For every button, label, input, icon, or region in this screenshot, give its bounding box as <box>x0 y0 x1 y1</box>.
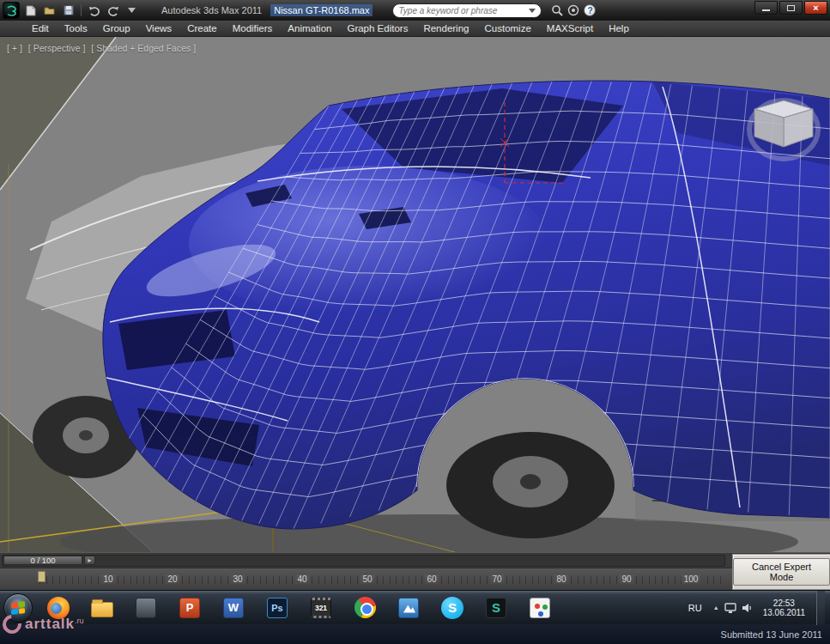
taskbar-icon-explorer[interactable] <box>89 595 115 621</box>
tick-label: 40 <box>294 574 309 584</box>
tick-label: 50 <box>360 574 374 584</box>
watermark-text: arttalk <box>25 616 75 632</box>
menu-item-edit[interactable]: Edit <box>24 23 57 33</box>
toolbar-dropdown-icon[interactable] <box>124 3 140 18</box>
infocenter-search[interactable] <box>392 3 542 18</box>
taskbar-icon-word[interactable]: W <box>221 595 246 621</box>
menu-item-graph-editors[interactable]: Graph Editors <box>339 23 415 33</box>
window-title-filename: Nissan GT-R0168.max <box>270 4 373 16</box>
taskbar-icon-media-player-classic[interactable]: 321 <box>308 595 334 621</box>
viewport-shading-menu[interactable]: [ Shaded + Edged Faces ] <box>91 43 196 53</box>
tray-volume-icon[interactable] <box>742 603 752 613</box>
cancel-expert-mode-button[interactable]: Cancel Expert Mode <box>733 558 830 586</box>
menu-item-maxscript[interactable]: MAXScript <box>539 23 601 33</box>
windows-taskbar: P W Ps 321 S S RU ▲ 22:53 13.06.2011 <box>0 590 830 624</box>
open-file-icon[interactable] <box>41 3 58 18</box>
tick-label: 90 <box>619 574 633 584</box>
communication-center-icon[interactable] <box>567 4 579 16</box>
minimize-button[interactable] <box>754 1 778 15</box>
taskbar-icon-skype[interactable]: S <box>439 595 465 621</box>
window-controls: × <box>754 0 827 15</box>
help-icon[interactable]: ? <box>584 4 596 16</box>
3ds-max-window: Autodesk 3ds Max 2011 Nissan GT-R0168.ma… <box>0 0 830 644</box>
language-indicator[interactable]: RU <box>685 601 706 615</box>
arttalk-logo-icon <box>0 611 25 638</box>
watermark-suffix: .ru <box>75 617 84 625</box>
maximize-button[interactable] <box>779 1 803 15</box>
tick-label: 10 <box>100 574 115 584</box>
3dsmax-logo-icon <box>6 5 17 16</box>
forum-footer-strip: Submitted 13 June 2011 <box>0 624 830 644</box>
time-slider-row: 0 / 100 ► <box>0 552 830 568</box>
taskbar-apps: P W Ps 321 S S <box>45 595 553 621</box>
tick-label: 30 <box>230 574 245 584</box>
show-desktop-button[interactable] <box>816 591 825 625</box>
tray-network-icon[interactable] <box>724 603 736 613</box>
search-icon[interactable] <box>551 4 563 16</box>
menu-item-customize[interactable]: Customize <box>476 23 538 33</box>
viewport-view-menu[interactable]: [ Perspective ] <box>28 43 86 53</box>
menu-item-modifiers[interactable]: Modifiers <box>225 23 281 33</box>
viewport-plus-menu[interactable]: [ + ] <box>7 43 22 53</box>
viewport-3d-canvas[interactable] <box>0 37 830 552</box>
clock-time: 22:53 <box>763 598 805 608</box>
menu-item-create[interactable]: Create <box>179 23 225 33</box>
toolbar-separator <box>81 4 82 16</box>
close-button[interactable]: × <box>804 1 827 15</box>
search-input[interactable] <box>398 6 525 15</box>
new-scene-icon[interactable] <box>22 3 39 18</box>
taskbar-icon-powerpoint[interactable]: P <box>177 595 203 621</box>
current-frame-marker[interactable] <box>38 571 45 582</box>
tray-expand-icon[interactable]: ▲ <box>713 605 719 611</box>
taskbar-icon-photoshop[interactable]: Ps <box>264 595 290 621</box>
track-bar[interactable]: 10 20 30 40 50 60 70 80 90 100 <box>0 568 830 590</box>
taskbar-clock[interactable]: 22:53 13.06.2011 <box>760 598 809 617</box>
viewport-label: [ + ] [ Perspective ] [ Shaded + Edged F… <box>7 43 196 53</box>
app-menu-button[interactable] <box>3 2 20 19</box>
title-bar: Autodesk 3ds Max 2011 Nissan GT-R0168.ma… <box>0 0 830 21</box>
menu-item-views[interactable]: Views <box>138 23 179 33</box>
save-file-icon[interactable] <box>60 3 76 18</box>
tick-label: 20 <box>165 574 179 584</box>
clock-date: 13.06.2011 <box>763 608 805 617</box>
infocenter-icons: ? <box>551 4 596 16</box>
time-slider-handle[interactable]: 0 / 100 <box>3 556 82 565</box>
taskbar-icon-graphics-editor[interactable] <box>527 595 553 621</box>
menu-item-group[interactable]: Group <box>95 23 138 33</box>
redo-icon[interactable] <box>105 3 121 18</box>
taskbar-icon-media-player[interactable] <box>133 595 159 621</box>
tick-label: 80 <box>554 574 568 584</box>
taskbar-right: RU ▲ 22:53 13.06.2011 <box>685 591 825 625</box>
tick-label: 70 <box>489 574 504 584</box>
menu-item-help[interactable]: Help <box>601 23 637 33</box>
perspective-viewport[interactable]: [ + ] [ Perspective ] [ Shaded + Edged F… <box>0 37 830 552</box>
menu-item-animation[interactable]: Animation <box>280 23 339 33</box>
chevron-down-icon[interactable] <box>529 9 536 13</box>
undo-icon[interactable] <box>86 3 102 18</box>
tick-label: 100 <box>682 574 701 584</box>
windows-logo-icon <box>11 601 25 615</box>
window-title: Autodesk 3ds Max 2011 <box>161 5 262 15</box>
taskbar-icon-photo-viewer[interactable] <box>396 595 421 621</box>
tick-label: 60 <box>424 574 439 584</box>
next-frame-button[interactable]: ► <box>84 556 95 565</box>
menu-item-rendering[interactable]: Rendering <box>415 23 476 33</box>
expert-mode-panel: Cancel Expert Mode <box>732 554 830 590</box>
time-slider-track[interactable]: 0 / 100 ► <box>2 555 725 567</box>
system-tray: ▲ <box>713 603 752 613</box>
submitted-label: Submitted 13 June 2011 <box>721 629 822 640</box>
menu-item-tools[interactable]: Tools <box>57 23 95 33</box>
taskbar-icon-chrome[interactable] <box>352 595 378 621</box>
menu-bar: Edit Tools Group Views Create Modifiers … <box>0 21 830 37</box>
taskbar-icon-3ds-max[interactable]: S <box>483 595 509 621</box>
arttalk-watermark: arttalk.ru <box>3 615 84 634</box>
